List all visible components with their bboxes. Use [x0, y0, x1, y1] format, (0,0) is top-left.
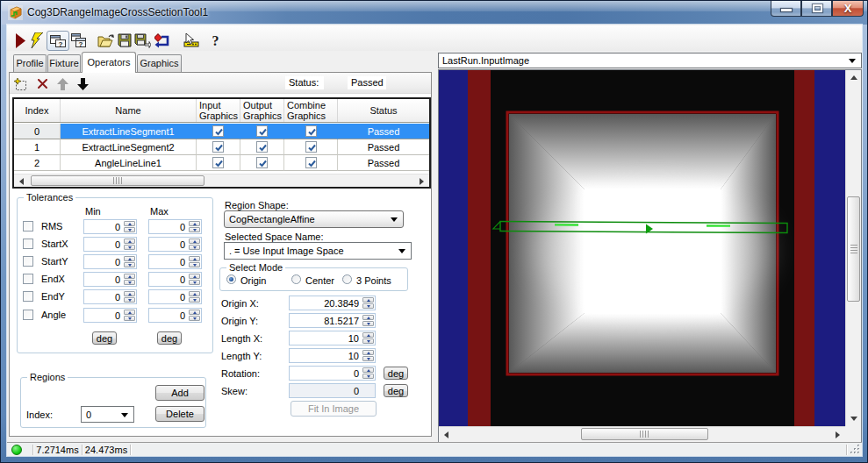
rotation-spinner[interactable] — [362, 367, 375, 380]
open-file-icon[interactable] — [96, 31, 115, 50]
endy-min-field[interactable]: 0 — [83, 289, 137, 304]
starty-max-field[interactable]: 0 — [148, 254, 202, 269]
origin-y-spinner[interactable] — [362, 314, 375, 327]
reset-icon[interactable] — [153, 31, 172, 50]
endx-max-field[interactable]: 0 — [148, 272, 202, 287]
column-header-output-graphics[interactable]: Output Graphics — [240, 99, 284, 122]
add-region-button[interactable]: Add — [155, 385, 204, 401]
display-image-select[interactable]: LastRun.InputImage — [438, 53, 862, 68]
float-result-icon[interactable]: ? — [68, 31, 88, 50]
move-up-icon[interactable] — [55, 77, 69, 91]
three-points-radio-label[interactable]: 3 Points — [356, 275, 391, 286]
length-x-spinner[interactable] — [362, 331, 375, 345]
electrode-icon[interactable] — [182, 31, 201, 50]
tab-graphics[interactable]: Graphics — [137, 54, 182, 72]
table-horizontal-scrollbar[interactable] — [14, 174, 429, 187]
rotation-field[interactable]: 0 — [289, 366, 376, 381]
scroll-up-icon[interactable] — [850, 75, 857, 80]
move-down-icon[interactable] — [75, 77, 90, 91]
endx-min-spinner[interactable] — [123, 273, 136, 286]
endy-max-spinner[interactable] — [188, 290, 201, 303]
three-points-radio[interactable] — [342, 274, 352, 284]
deg-max-button[interactable]: deg — [157, 331, 182, 345]
tab-profile[interactable]: Profile — [13, 54, 47, 72]
fit-in-image-button[interactable]: Fit In Image — [291, 401, 377, 417]
endy-checkbox[interactable] — [23, 291, 33, 302]
combine-graphics-checkbox[interactable] — [305, 157, 317, 168]
endx-max-spinner[interactable] — [188, 273, 201, 286]
image-vscroll-thumb[interactable] — [847, 196, 860, 302]
startx-min-field[interactable]: 0 — [83, 237, 137, 252]
minimize-button[interactable] — [771, 1, 801, 17]
image-hscroll-thumb[interactable] — [581, 428, 708, 440]
tab-fixture[interactable]: Fixture — [47, 54, 81, 72]
image-vertical-scrollbar[interactable] — [845, 70, 861, 426]
input-graphics-checkbox[interactable] — [212, 157, 224, 168]
help-icon[interactable]: ? — [205, 31, 225, 50]
table-row[interactable]: 1 ExtractLineSegment2 Passed — [14, 139, 429, 155]
range-image-display[interactable] — [439, 70, 845, 426]
startx-checkbox[interactable] — [23, 239, 33, 249]
maximize-button[interactable] — [801, 1, 832, 17]
combine-graphics-checkbox[interactable] — [305, 141, 317, 153]
input-graphics-checkbox[interactable] — [212, 141, 224, 153]
length-x-field[interactable]: 10 — [289, 331, 376, 345]
column-header-name[interactable]: Name — [61, 99, 197, 122]
column-header-status[interactable]: Status — [338, 99, 429, 122]
output-graphics-checkbox[interactable] — [256, 141, 268, 153]
angle-checkbox[interactable] — [23, 310, 33, 320]
new-operator-icon[interactable] — [13, 77, 27, 91]
startx-max-field[interactable]: 0 — [148, 237, 202, 252]
show-result-toggle-icon[interactable]: ? — [47, 31, 69, 51]
deg-min-button[interactable]: deg — [92, 331, 117, 345]
close-button[interactable]: X — [832, 1, 864, 17]
origin-radio-label[interactable]: Origin — [240, 275, 266, 286]
delete-operator-icon[interactable] — [36, 77, 50, 91]
tab-operators[interactable]: Operators — [82, 52, 136, 73]
angle-max-field[interactable]: 0 — [148, 308, 202, 323]
combine-graphics-checkbox[interactable] — [305, 125, 317, 137]
column-header-input-graphics[interactable]: Input Graphics — [197, 99, 240, 122]
starty-max-spinner[interactable] — [188, 255, 201, 268]
startx-min-spinner[interactable] — [123, 238, 136, 251]
center-radio-label[interactable]: Center — [305, 275, 334, 286]
trigger-lightning-icon[interactable] — [27, 31, 47, 50]
table-row[interactable]: 0 ExtractLineSegment1 Passed — [14, 124, 429, 139]
center-radio[interactable] — [291, 274, 301, 284]
save-icon[interactable] — [115, 31, 134, 50]
skew-deg-button[interactable]: deg — [384, 384, 408, 397]
rms-min-spinner[interactable] — [123, 220, 136, 233]
rms-max-field[interactable]: 0 — [148, 219, 202, 234]
angle-min-field[interactable]: 0 — [83, 308, 137, 323]
angle-min-spinner[interactable] — [123, 309, 136, 322]
endy-min-spinner[interactable] — [123, 290, 136, 303]
save-results-icon[interactable] — [133, 31, 152, 50]
angle-max-spinner[interactable] — [188, 309, 201, 322]
table-scroll-thumb[interactable] — [31, 175, 204, 186]
rms-checkbox[interactable] — [23, 221, 33, 232]
output-graphics-checkbox[interactable] — [256, 125, 268, 137]
scroll-right-icon[interactable] — [420, 178, 424, 185]
delete-region-button[interactable]: Delete — [155, 406, 204, 422]
table-row[interactable]: 2 AngleLineLine1 Passed — [14, 155, 429, 171]
scroll-down-icon[interactable] — [850, 417, 857, 421]
origin-y-field[interactable]: 81.5217 — [289, 313, 376, 328]
input-graphics-checkbox[interactable] — [212, 125, 224, 137]
starty-min-field[interactable]: 0 — [83, 254, 137, 269]
resize-grip[interactable] — [850, 445, 860, 454]
output-graphics-checkbox[interactable] — [256, 157, 268, 168]
starty-min-spinner[interactable] — [123, 255, 136, 268]
region-index-select[interactable]: 0 — [81, 406, 134, 423]
scroll-left-icon[interactable] — [19, 178, 24, 185]
column-header-index[interactable]: Index — [14, 99, 61, 122]
rotation-deg-button[interactable]: deg — [384, 367, 408, 380]
length-y-spinner[interactable] — [362, 349, 375, 362]
scroll-left-icon[interactable] — [444, 431, 448, 438]
rms-max-spinner[interactable] — [188, 220, 201, 233]
column-header-combine-graphics[interactable]: Combine Graphics — [284, 99, 338, 122]
length-y-field[interactable]: 10 — [289, 348, 376, 363]
region-shape-select[interactable]: CogRectangleAffine — [224, 210, 404, 228]
endy-max-field[interactable]: 0 — [148, 289, 202, 304]
startx-max-spinner[interactable] — [188, 238, 201, 251]
scroll-right-icon[interactable] — [836, 431, 840, 438]
